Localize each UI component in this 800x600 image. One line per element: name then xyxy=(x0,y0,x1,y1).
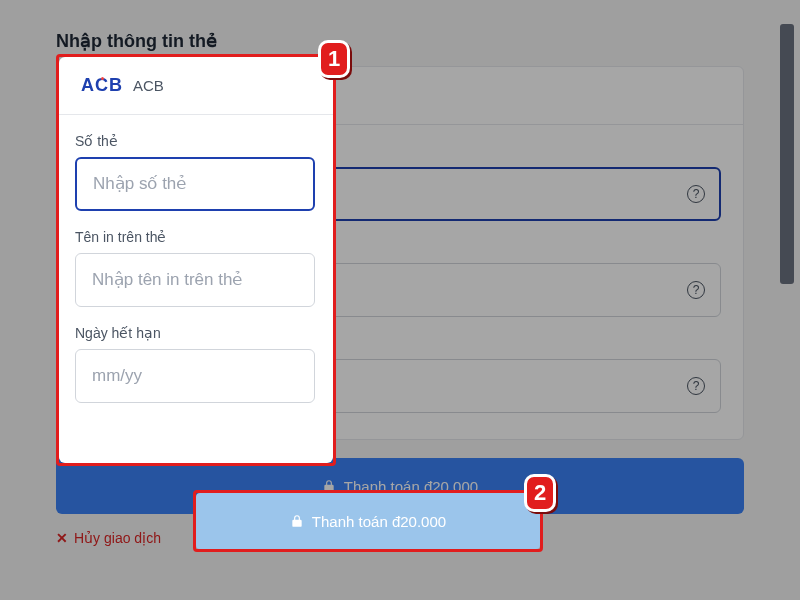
help-icon[interactable]: ? xyxy=(687,281,705,299)
callout-box-2 xyxy=(193,490,543,552)
help-icon[interactable]: ? xyxy=(687,185,705,203)
callout-badge-2: 2 xyxy=(524,474,556,512)
page-title: Nhập thông tin thẻ xyxy=(56,30,744,52)
close-icon: ✕ xyxy=(56,530,68,546)
cancel-label: Hủy giao dịch xyxy=(74,530,161,546)
callout-box-1 xyxy=(56,54,336,466)
scrollbar[interactable] xyxy=(780,24,794,284)
callout-badge-1: 1 xyxy=(318,40,350,78)
help-icon[interactable]: ? xyxy=(687,377,705,395)
